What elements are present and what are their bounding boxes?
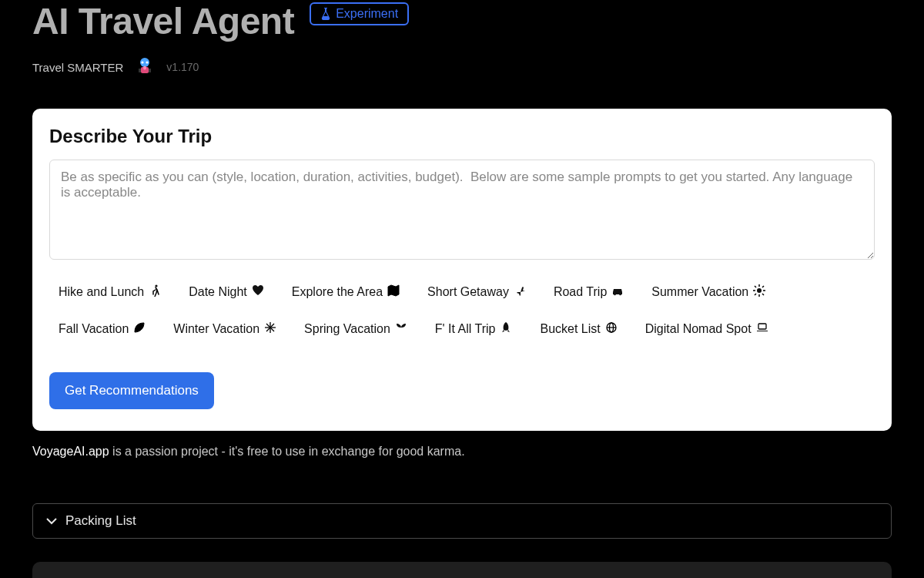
get-recommendations-button[interactable]: Get Recommendations [49, 372, 214, 409]
prompt-label: Digital Nomad Spot [645, 322, 752, 336]
prompt-rocket[interactable]: F' It All Trip [435, 321, 513, 337]
svg-point-2 [146, 61, 149, 63]
experiment-badge[interactable]: Experiment [310, 2, 409, 25]
heart-icon [252, 284, 264, 300]
footer-rest: is a passion project - it's free to use … [109, 445, 465, 458]
packing-list-accordion[interactable]: Packing List [32, 503, 892, 539]
svg-point-10 [757, 288, 762, 293]
tagline: Travel SMARTER [32, 61, 123, 74]
prompt-car[interactable]: Road Trip [554, 284, 624, 300]
plane-icon [514, 284, 526, 300]
prompt-sun[interactable]: Summer Vacation [651, 284, 765, 300]
svg-line-15 [755, 286, 756, 287]
leaf-icon [133, 321, 146, 337]
svg-point-8 [614, 294, 616, 296]
prompt-label: Explore the Area [292, 285, 383, 299]
svg-rect-5 [149, 69, 151, 72]
prompt-label: F' It All Trip [435, 322, 496, 336]
map-icon [387, 284, 400, 300]
svg-line-16 [762, 294, 764, 295]
globe-icon [605, 321, 618, 337]
prompt-laptop[interactable]: Digital Nomad Spot [645, 321, 768, 337]
prompt-label: Hike and Lunch [59, 285, 144, 299]
prompt-label: Summer Vacation [651, 285, 748, 299]
sun-icon [753, 284, 765, 300]
footer-note: VoyageAI.app is a passion project - it's… [32, 445, 892, 459]
svg-rect-26 [758, 324, 766, 329]
prompt-label: Spring Vacation [304, 322, 390, 336]
prompt-label: Road Trip [554, 285, 607, 299]
trip-description-input[interactable] [49, 160, 875, 260]
version-label: v1.170 [166, 61, 199, 73]
flask-icon [320, 8, 331, 20]
svg-point-1 [142, 61, 144, 63]
seedling-icon [395, 321, 407, 337]
prompt-label: Fall Vacation [59, 322, 129, 336]
next-section-card [32, 562, 892, 578]
snowflake-icon [264, 321, 276, 337]
prompt-snowflake[interactable]: Winter Vacation [173, 321, 276, 337]
prompt-label: Short Getaway [427, 285, 509, 299]
rocket-icon [500, 321, 512, 337]
robot-icon [134, 56, 156, 78]
chevron-down-icon [45, 515, 58, 527]
experiment-badge-label: Experiment [336, 7, 398, 21]
svg-line-17 [762, 286, 764, 287]
prompt-label: Date Night [189, 285, 247, 299]
svg-line-18 [755, 294, 756, 295]
prompt-label: Winter Vacation [173, 322, 259, 336]
prompt-seedling[interactable]: Spring Vacation [304, 321, 407, 337]
svg-point-9 [619, 294, 621, 296]
prompt-globe[interactable]: Bucket List [540, 321, 617, 337]
card-heading: Describe Your Trip [49, 126, 875, 147]
sample-prompts: Hike and LunchDate NightExplore the Area… [49, 284, 875, 337]
svg-point-6 [143, 66, 146, 70]
prompt-heart[interactable]: Date Night [189, 284, 264, 300]
prompt-hiking[interactable]: Hike and Lunch [59, 284, 161, 300]
accordion-label: Packing List [65, 513, 136, 529]
footer-brand: VoyageAI.app [32, 445, 109, 458]
hiking-icon [149, 284, 161, 300]
car-icon [611, 284, 624, 300]
svg-rect-4 [139, 69, 141, 72]
prompt-label: Bucket List [540, 322, 600, 336]
svg-point-7 [156, 284, 158, 287]
laptop-icon [756, 321, 768, 337]
prompt-map[interactable]: Explore the Area [292, 284, 400, 300]
page-title: AI Travel Agent [32, 0, 294, 42]
prompt-leaf[interactable]: Fall Vacation [59, 321, 146, 337]
prompt-plane[interactable]: Short Getaway [427, 284, 526, 300]
describe-trip-card: Describe Your Trip Hike and LunchDate Ni… [32, 109, 892, 431]
